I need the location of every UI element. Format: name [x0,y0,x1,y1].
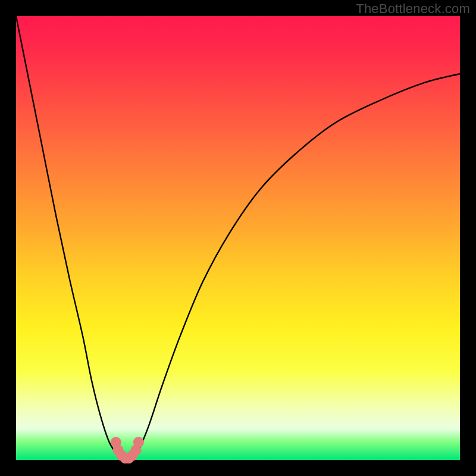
chart-plot-area [16,16,460,460]
watermark-text: TheBottleneck.com [356,1,470,17]
highlight-markers [111,437,144,464]
bottleneck-curve-line [16,16,460,461]
highlight-marker [133,437,144,447]
chart-svg [16,16,460,460]
